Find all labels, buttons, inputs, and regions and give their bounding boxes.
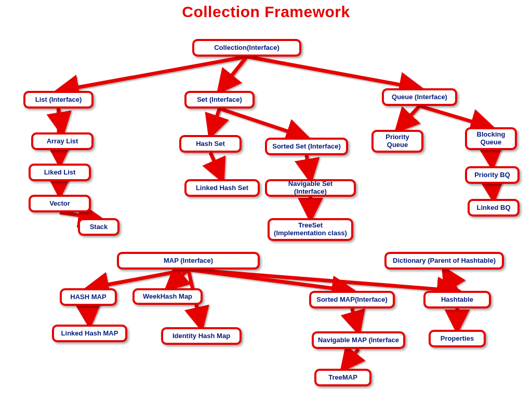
node-queue: Queue (Interface): [382, 88, 457, 106]
node-label: Dictionary (Parent of Hashtable): [393, 257, 496, 265]
node-label: Linked Hash MAP: [61, 330, 118, 338]
node-label: Hashtable: [441, 296, 473, 304]
node-treemap: TreeMAP: [314, 369, 371, 386]
edge-prioritybq-linkedbq: [493, 184, 494, 199]
edge-queue-priorityqueue: [397, 106, 420, 130]
node-label: MAP (Interface): [164, 257, 213, 265]
node-label: Properties: [441, 335, 474, 343]
node-sortedset: Sorted Set (Interface): [265, 138, 348, 155]
node-label: Linked Hash Set: [196, 184, 248, 192]
edge-hashtable-dictionary: [444, 270, 457, 291]
node-label: WeekHash Map: [143, 293, 192, 301]
node-label: Navigable MAP (Interface: [318, 337, 399, 344]
node-stack: Stack: [78, 218, 119, 236]
node-priorityqueue: Priority Queue: [371, 130, 423, 153]
edge-hashmap-linkedhashmap: [88, 306, 90, 325]
node-dictionary: Dictionary (Parent of Hashtable): [384, 252, 504, 270]
node-label: Array List: [47, 138, 78, 145]
edge-navigablemap-treemap: [343, 349, 358, 369]
node-label: Navigable Set (Interface): [271, 180, 350, 196]
node-label: Hash Set: [196, 140, 225, 148]
node-label: Sorted MAP(Interface): [316, 296, 388, 304]
edge-list-vector: [59, 109, 60, 195]
node-hashset: Hash Set: [179, 135, 242, 153]
node-properties: Properties: [429, 330, 486, 347]
node-label: Identity Hash Map: [172, 332, 230, 340]
node-vector: Vector: [29, 195, 91, 212]
node-hashmap: HASH MAP: [60, 288, 117, 306]
node-label: Set (Interface): [197, 96, 242, 104]
edge-collection-set: [220, 57, 247, 91]
edge-blockingqueue-prioritybq: [491, 150, 493, 166]
node-label: Sorted Set (Interface): [272, 143, 340, 151]
edge-map-weakhashmap: [168, 270, 189, 288]
node-identityhashmap: Identity Hash Map: [161, 327, 242, 345]
node-linkedbq: Linked BQ: [468, 199, 520, 217]
edge-map-hashtable: [189, 270, 458, 291]
node-blockingqueue: Blocking Queue: [465, 127, 517, 150]
node-label: List (Interface): [35, 96, 82, 104]
diagram-title: Collection Framework: [0, 3, 532, 21]
node-navigableset: Navigable Set (Interface): [265, 179, 356, 197]
edge-map-hashmap: [88, 270, 189, 288]
edge-collection-list: [59, 57, 247, 91]
node-list: List (Interface): [23, 91, 94, 109]
node-label: Priority Queue: [378, 133, 417, 149]
node-label: Priority BQ: [474, 171, 510, 179]
node-label: Linked BQ: [476, 204, 510, 212]
node-label: HASH MAP: [70, 293, 106, 301]
node-collection: Collection(Interface): [192, 39, 301, 57]
node-label: Blocking Queue: [471, 131, 511, 146]
node-sortedmap: Sorted MAP(Interface): [309, 291, 395, 308]
node-label: Stack: [90, 223, 108, 231]
edge-vector-stack: [60, 212, 99, 218]
node-label: Vector: [49, 200, 70, 208]
node-linkedhashmap: Linked Hash MAP: [52, 325, 127, 342]
node-linkedhashset: Linked Hash Set: [184, 179, 260, 197]
edge-list-arraylist: [59, 109, 63, 132]
edge-set-hashset: [210, 109, 220, 135]
node-arraylist: Array List: [31, 132, 94, 150]
node-hashtable: Hashtable: [423, 291, 491, 308]
edge-sortedmap-navigablemap: [352, 308, 359, 331]
node-navigablemap: Navigable MAP (Interface: [312, 331, 405, 349]
node-weakhashmap: WeekHash Map: [132, 288, 203, 305]
node-linkedlist: Liked List: [29, 164, 91, 181]
edge-map-sortedmap: [189, 270, 352, 291]
edge-set-sortedset: [220, 109, 307, 138]
node-label: Collection(Interface): [214, 44, 280, 52]
node-label: TreeMAP: [328, 374, 357, 382]
node-label: Queue (Interface): [392, 93, 447, 101]
node-treeset: TreeSet (Implementation class): [268, 218, 353, 241]
edge-sortedset-navigableset: [307, 155, 311, 179]
edge-collection-queue: [247, 57, 420, 88]
node-map: MAP (Interface): [117, 252, 260, 270]
node-set: Set (Interface): [184, 91, 255, 109]
edge-hashset-linkedhashset: [210, 153, 222, 179]
node-label: TreeSet (Implementation class): [274, 222, 347, 237]
node-prioritybq: Priority BQ: [465, 166, 520, 184]
node-label: Liked List: [44, 169, 76, 177]
edge-queue-blockingqueue: [420, 106, 491, 127]
